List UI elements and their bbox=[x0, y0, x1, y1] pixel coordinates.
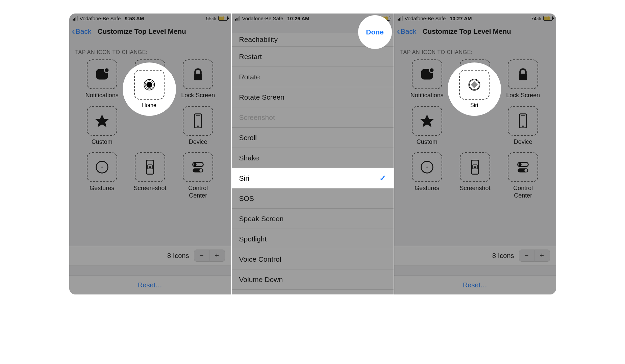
screenshot-icon[interactable] bbox=[135, 152, 165, 182]
panel-action-list: Vodafone-Be Safe 10:26 AM 74% ⚡ Done Rea… bbox=[231, 14, 394, 294]
action-label: Restart bbox=[239, 53, 262, 61]
actions-list[interactable]: ReachabilityRestartRotateRotate ScreenSc… bbox=[232, 33, 394, 294]
grid-cell-gestures[interactable]: Gestures bbox=[408, 152, 446, 199]
lock-screen-icon[interactable] bbox=[183, 59, 213, 89]
icon-siri-label: Siri bbox=[470, 102, 478, 108]
svg-point-35 bbox=[474, 166, 476, 168]
back-button[interactable]: ‹Back bbox=[397, 27, 417, 36]
gestures-icon[interactable] bbox=[412, 152, 442, 182]
reset-button[interactable]: Reset… bbox=[463, 281, 487, 289]
control-center-icon[interactable] bbox=[508, 152, 538, 182]
icon-home[interactable] bbox=[134, 70, 165, 100]
action-label: Siri bbox=[239, 174, 249, 182]
grid-cell-lock-screen[interactable]: Lock Screen bbox=[504, 59, 542, 99]
tutorial-triptych: Vodafone-Be Safe 9:58 AM 55% ⚡ ‹Back Cus… bbox=[69, 14, 556, 294]
panel-customize-after: Vodafone-Be Safe 10:27 AM 74% ⚡ ‹Back Cu… bbox=[394, 14, 556, 294]
gestures-icon[interactable] bbox=[87, 152, 117, 182]
notifications-icon[interactable] bbox=[87, 59, 117, 89]
time-label: 10:26 AM bbox=[287, 16, 309, 21]
action-row-voice-control[interactable]: Voice Control bbox=[232, 249, 394, 269]
svg-point-29 bbox=[522, 125, 524, 127]
action-row-volume-down[interactable]: Volume Down bbox=[232, 269, 394, 290]
checkmark-icon: ✓ bbox=[379, 174, 386, 183]
reset-row[interactable]: Reset… bbox=[394, 276, 556, 294]
page-title: Customize Top Level Menu bbox=[98, 27, 186, 35]
lock-screen-label: Lock Screen bbox=[181, 92, 215, 99]
action-row-speak-screen[interactable]: Speak Screen bbox=[232, 209, 394, 229]
action-label: Shake bbox=[239, 154, 259, 162]
reset-button[interactable]: Reset… bbox=[138, 281, 162, 289]
action-label: Volume Down bbox=[239, 276, 283, 284]
icon-count-label: 8 Icons bbox=[167, 252, 189, 260]
grid-cell-screenshot2[interactable]: Screenshot bbox=[456, 152, 494, 199]
grid-cell-custom[interactable]: Custom bbox=[408, 106, 446, 146]
grid-cell-screenshot[interactable]: Screen-shot bbox=[131, 152, 169, 199]
status-bar: Vodafone-Be Safe 9:58 AM 55% ⚡ bbox=[69, 14, 231, 23]
action-label: Screenshot bbox=[239, 113, 275, 122]
action-row-spotlight[interactable]: Spotlight bbox=[232, 229, 394, 249]
notifications-icon[interactable] bbox=[412, 59, 442, 89]
stepper-plus[interactable]: + bbox=[209, 250, 225, 262]
icon-count-row: 8 Icons − + bbox=[394, 246, 556, 265]
grid-cell-control-center[interactable]: Control Center bbox=[179, 152, 217, 199]
icon-count-stepper[interactable]: − + bbox=[194, 250, 225, 262]
action-row-sos[interactable]: SOS bbox=[232, 188, 394, 209]
grid-cell-device[interactable]: Device bbox=[179, 106, 217, 146]
battery-icon: ⚡ bbox=[543, 16, 553, 21]
svg-point-14 bbox=[149, 166, 151, 168]
device-icon[interactable] bbox=[183, 106, 213, 136]
grid-cell-control-center[interactable]: Control Center bbox=[504, 152, 542, 199]
action-label: Voice Control bbox=[239, 255, 281, 263]
control-center-icon[interactable] bbox=[183, 152, 213, 182]
lock-screen-icon[interactable] bbox=[508, 59, 538, 89]
grid-cell-device[interactable]: Device bbox=[504, 106, 542, 146]
custom-icon[interactable] bbox=[87, 106, 117, 136]
action-row-shake[interactable]: Shake bbox=[232, 148, 394, 168]
action-row-restart[interactable]: Restart bbox=[232, 47, 394, 67]
control-center-label: Control Center bbox=[179, 185, 217, 199]
device-icon[interactable] bbox=[508, 106, 538, 136]
action-row-screenshot: Screenshot bbox=[232, 107, 394, 128]
grid-cell-lock-screen[interactable]: Lock Screen bbox=[179, 59, 217, 99]
grid-cell-gestures[interactable]: Gestures bbox=[83, 152, 121, 199]
chevron-left-icon: ‹ bbox=[72, 27, 75, 36]
section-header: TAP AN ICON TO CHANGE: bbox=[394, 40, 556, 59]
icon-siri[interactable] bbox=[459, 70, 490, 100]
action-row-scroll[interactable]: Scroll bbox=[232, 128, 394, 148]
action-label: Speak Screen bbox=[239, 215, 284, 223]
notifications-label: Notifications bbox=[410, 92, 444, 99]
panel-customize-before: Vodafone-Be Safe 9:58 AM 55% ⚡ ‹Back Cus… bbox=[69, 14, 231, 294]
svg-point-32 bbox=[426, 166, 427, 167]
svg-point-23 bbox=[429, 68, 434, 73]
action-row-rotate-screen[interactable]: Rotate Screen bbox=[232, 87, 394, 107]
svg-point-16 bbox=[194, 163, 197, 166]
custom-icon[interactable] bbox=[412, 106, 442, 136]
grid-cell-custom[interactable]: Custom bbox=[83, 106, 121, 146]
back-button[interactable]: ‹Back bbox=[72, 27, 92, 36]
custom-label: Custom bbox=[417, 138, 438, 146]
action-row-rotate[interactable]: Rotate bbox=[232, 67, 394, 87]
signal-icon bbox=[73, 16, 78, 21]
done-button-spot[interactable]: Done bbox=[366, 28, 384, 36]
action-label: Scroll bbox=[239, 134, 257, 142]
action-label: SOS bbox=[239, 194, 254, 203]
grid-cell-notifications[interactable]: Notifications bbox=[408, 59, 446, 99]
svg-point-8 bbox=[197, 125, 199, 127]
svg-rect-5 bbox=[194, 74, 202, 80]
gestures-label: Gestures bbox=[90, 185, 114, 192]
page-title: Customize Top Level Menu bbox=[423, 27, 511, 35]
svg-point-37 bbox=[519, 163, 522, 166]
stepper-plus[interactable]: + bbox=[534, 250, 550, 262]
stepper-minus[interactable]: − bbox=[519, 250, 534, 262]
icon-count-label: 8 Icons bbox=[492, 252, 514, 260]
section-header: TAP AN ICON TO CHANGE: bbox=[69, 40, 231, 59]
screenshot2-icon[interactable] bbox=[460, 152, 490, 182]
grid-cell-notifications[interactable]: Notifications bbox=[83, 59, 121, 99]
stepper-minus[interactable]: − bbox=[194, 250, 209, 262]
action-row-siri[interactable]: Siri✓ bbox=[232, 168, 394, 188]
signal-icon bbox=[235, 16, 240, 21]
icon-count-stepper[interactable]: − + bbox=[519, 250, 550, 262]
back-label: Back bbox=[401, 27, 417, 35]
svg-marker-27 bbox=[420, 114, 434, 127]
reset-row[interactable]: Reset… bbox=[69, 276, 231, 294]
